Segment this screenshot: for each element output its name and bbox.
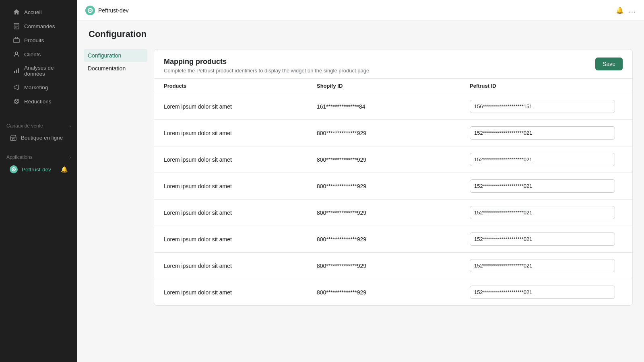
cell-product-2: Lorem ipsum dolor sit amet [164,156,317,163]
cell-product-1: Lorem ipsum dolor sit amet [164,130,317,136]
svg-point-5 [15,52,18,54]
card-header-text: Mapping products Complete the Peftrust p… [164,58,369,74]
cell-peftrust-id-7[interactable] [470,286,623,299]
peftrust-input-6[interactable] [470,259,615,272]
save-button[interactable]: Save [595,58,623,70]
sidebar-item-analyses[interactable]: Analyses de données [6,62,71,80]
bell-icon[interactable]: 🔔 [61,166,68,173]
card-header: Mapping products Complete the Peftrust p… [154,49,632,78]
sidebar-label-clients: Clients [24,51,41,58]
sidebar-label-peftrust: Peftrust-dev [22,167,51,173]
cell-peftrust-id-4[interactable] [470,206,623,219]
applications-chevron-icon: › [69,155,71,160]
svg-rect-14 [12,138,14,140]
topbar-app-icon [85,6,95,15]
cell-shopify-id-7: 800**************929 [317,289,470,296]
table-row: Lorem ipsum dolor sit amet 800**********… [154,253,632,279]
sidebar-label-marketing: Marketing [24,84,48,90]
cell-shopify-id-2: 800**************929 [317,156,470,163]
header-shopify-id: Shopify ID [317,83,470,89]
table-row: Lorem ipsum dolor sit amet 800**********… [154,146,632,173]
topbar-app-name: Peftrust-dev [98,7,128,14]
peftrust-input-0[interactable] [470,100,615,113]
svg-rect-7 [16,70,17,73]
sidebar-label-commandes: Commandes [24,23,55,29]
sidebar-item-peftrust[interactable]: Peftrust-dev 🔔 [3,162,74,177]
peftrust-input-3[interactable] [470,179,615,193]
cell-shopify-id-3: 800**************929 [317,183,470,189]
cell-product-5: Lorem ipsum dolor sit amet [164,236,317,243]
table-row: Lorem ipsum dolor sit amet 800**********… [154,173,632,200]
sidebar: Accueil Commandes Produits Clients Analy [0,0,77,362]
sidebar-item-accueil[interactable]: Accueil [6,5,71,19]
header-products: Products [164,83,317,89]
bell-topbar-icon[interactable]: 🔔 [616,6,624,14]
subnav-configuration[interactable]: Configuration [84,49,147,62]
cell-peftrust-id-3[interactable] [470,179,623,193]
peftrust-input-2[interactable] [470,153,615,166]
cell-shopify-id-5: 800**************929 [317,236,470,243]
sidebar-item-boutique[interactable]: Boutique en ligne [3,131,74,144]
more-icon[interactable]: ... [629,6,636,14]
subnav-documentation[interactable]: Documentation [84,62,147,75]
canaux-section-label[interactable]: Canaux de vente › [0,117,77,130]
cell-peftrust-id-0[interactable] [470,100,623,113]
peftrust-input-7[interactable] [470,286,615,299]
card-title: Mapping products [164,58,369,66]
topbar-left: Peftrust-dev [85,6,128,15]
cell-peftrust-id-1[interactable] [470,126,623,140]
cell-product-0: Lorem ipsum dolor sit amet [164,103,317,110]
cell-peftrust-id-6[interactable] [470,259,623,272]
peftrust-input-1[interactable] [470,126,615,140]
sidebar-label-analyses: Analyses de données [24,65,64,77]
svg-point-18 [89,10,91,11]
svg-rect-13 [10,137,16,140]
reductions-icon [13,98,20,105]
page-title: Configuration [89,29,633,39]
main-content: Peftrust-dev 🔔 ... Configuration Configu… [77,0,644,362]
cell-product-3: Lorem ipsum dolor sit amet [164,183,317,189]
topbar: Peftrust-dev 🔔 ... [77,0,644,21]
svg-rect-6 [14,71,15,73]
cell-shopify-id-6: 800**************929 [317,263,470,269]
cell-product-4: Lorem ipsum dolor sit amet [164,210,317,216]
home-icon [13,8,20,16]
page-subnav: Configuration Documentation [77,49,154,306]
mapping-table: Products Shopify ID Peftrust ID Lorem ip… [154,78,632,305]
clients-icon [13,51,20,58]
table-row: Lorem ipsum dolor sit amet 800**********… [154,200,632,226]
svg-point-16 [13,169,14,170]
cell-peftrust-id-5[interactable] [470,232,623,246]
sidebar-item-marketing[interactable]: Marketing [6,80,71,94]
sidebar-label-produits: Produits [24,37,44,43]
table-body: Lorem ipsum dolor sit amet 161**********… [154,93,632,305]
content-body: Configuration Configuration Documentatio… [77,21,644,362]
sidebar-label-boutique: Boutique en ligne [21,135,63,141]
cell-product-6: Lorem ipsum dolor sit amet [164,263,317,269]
marketing-icon [13,84,20,91]
cell-product-7: Lorem ipsum dolor sit amet [164,289,317,296]
sidebar-item-commandes[interactable]: Commandes [6,19,71,33]
store-icon [10,134,17,141]
cell-shopify-id-0: 161***************84 [317,103,470,110]
applications-section-label[interactable]: Applications › [0,148,77,162]
cell-shopify-id-1: 800**************929 [317,130,470,136]
products-icon [13,37,20,44]
table-row: Lorem ipsum dolor sit amet 800**********… [154,279,632,305]
peftrust-app-icon [10,165,18,173]
cell-peftrust-id-2[interactable] [470,153,623,166]
canaux-chevron-icon: › [69,123,71,128]
svg-rect-4 [14,39,19,43]
peftrust-input-4[interactable] [470,206,615,219]
topbar-right: 🔔 ... [616,6,636,14]
sidebar-item-reductions[interactable]: Réductions [6,95,71,108]
table-row: Lorem ipsum dolor sit amet 800**********… [154,226,632,253]
table-row: Lorem ipsum dolor sit amet 800**********… [154,120,632,146]
sidebar-label-reductions: Réductions [24,99,52,105]
peftrust-input-5[interactable] [470,232,615,246]
sidebar-item-produits[interactable]: Produits [6,33,71,47]
page-header: Configuration [77,21,644,46]
sidebar-item-clients[interactable]: Clients [6,47,71,61]
sidebar-label-accueil: Accueil [24,9,42,15]
header-peftrust-id: Peftrust ID [470,83,623,89]
